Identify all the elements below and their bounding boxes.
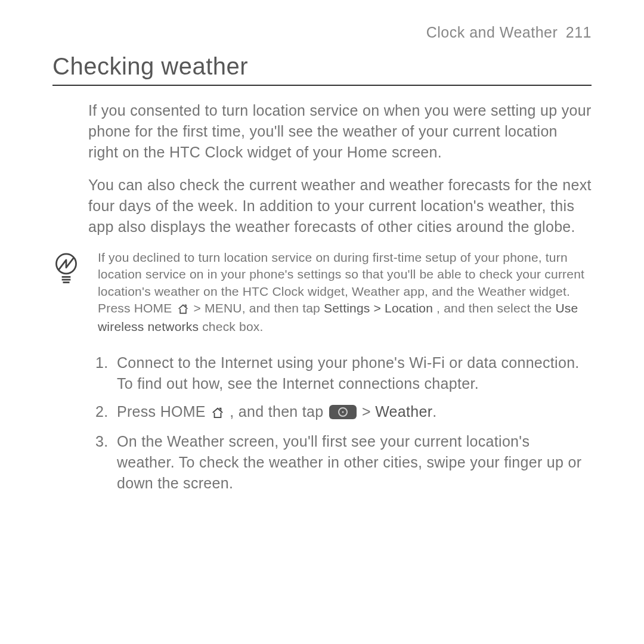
home-icon: [177, 302, 189, 318]
step-1: Connect to the Internet using your phone…: [88, 352, 592, 394]
step-3-text: On the Weather screen, you'll first see …: [117, 433, 581, 491]
step-2: Press HOME , and then tap > Weather.: [88, 401, 592, 424]
tip-settings-path: Settings > Location: [324, 301, 433, 315]
lightbulb-icon: [52, 252, 86, 290]
tip-text-part3: , and then select the: [436, 301, 555, 315]
section-title: Clock and Weather: [426, 24, 558, 41]
manual-page: Clock and Weather 211 Checking weather I…: [0, 0, 644, 494]
intro-paragraph-2: You can also check the current weather a…: [52, 175, 592, 237]
intro-paragraph-1: If you consented to turn location servic…: [52, 100, 592, 163]
steps-list: Connect to the Internet using your phone…: [52, 352, 592, 494]
running-header: Clock and Weather 211: [52, 24, 592, 41]
tip-text-part2: > MENU, and then tap: [194, 301, 324, 315]
tip-text-part4: check box.: [202, 320, 263, 333]
step-1-text: Connect to the Internet using your phone…: [117, 354, 580, 392]
step-2-text-d: .: [432, 403, 436, 420]
step-2-weather-label: Weather: [375, 403, 432, 420]
tip-text: If you declined to turn location service…: [86, 249, 592, 336]
title-rule: [52, 85, 592, 86]
page-title: Checking weather: [52, 53, 592, 80]
page-number: 211: [566, 24, 592, 41]
all-apps-icon: [329, 405, 357, 419]
step-2-text-b: , and then tap: [230, 403, 327, 420]
step-2-text-c: >: [362, 403, 375, 420]
step-2-text-a: Press HOME: [117, 403, 210, 420]
tip-callout: If you declined to turn location service…: [52, 249, 592, 336]
home-icon: [211, 403, 224, 424]
step-3: On the Weather screen, you'll first see …: [88, 431, 592, 494]
